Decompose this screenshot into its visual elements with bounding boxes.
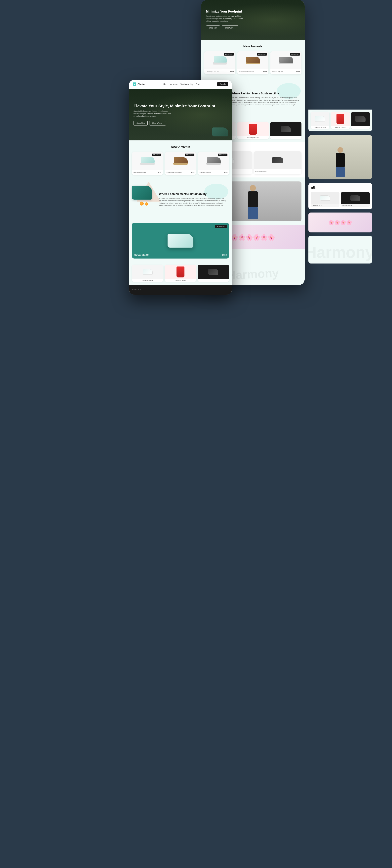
sustainability-title: Where Fashion Meets Sustainability: [159, 192, 229, 196]
nav-women[interactable]: Women: [170, 83, 177, 86]
nav-cart[interactable]: Cart: [196, 83, 200, 86]
sustainability-section: Where Fashion Meets Sustainability At Cl…: [129, 180, 232, 219]
back-add-cart-1[interactable]: Add to Cart: [224, 53, 234, 56]
add-to-cart-harmony[interactable]: Add to Cart: [152, 154, 161, 156]
hero-subtitle: Sustainable footwears that combine fashi…: [133, 110, 173, 118]
back-add-cart-2[interactable]: Add to Cart: [257, 53, 267, 56]
feature-card-price: $160: [222, 254, 227, 256]
variants-section: Harmony Lace-up Harmony Lace-up Harmony …: [129, 262, 232, 285]
back-variant-shoe-dark: [281, 126, 291, 132]
right-month-card-1: Canvas Sl p-On: [311, 192, 339, 207]
back-product-name-1: Harmony Lace-up: [206, 71, 219, 73]
product-img-harmony: Add to Cart: [132, 152, 163, 170]
back-month-shoe-2: [272, 157, 283, 163]
variant-label-red: Harmony Lace-up: [165, 279, 196, 282]
feature-card-info: Canvas Slip-On $160: [134, 254, 227, 256]
back-shop-women-btn[interactable]: Shop Women: [222, 26, 238, 30]
logo-icon: ◈: [133, 83, 136, 86]
fruit-decoration-1: [140, 202, 144, 206]
signin-button[interactable]: Sign In: [217, 82, 228, 86]
back-product-card-1: Add to Cart Harmony Lace-up $180: [204, 52, 235, 74]
product-img-canvas: Add to Cart: [198, 152, 229, 170]
variant-img-red: [165, 265, 196, 279]
right-shoe-dark: [355, 116, 365, 122]
featured-section: Add to Cart Canvas Slip-On $160: [129, 219, 232, 262]
hero-content: Elevate Your Style, Minimize Your Footpr…: [133, 103, 215, 125]
sustainability-shoe-img: [132, 186, 156, 214]
back-harmony-watermark: Harmony: [227, 266, 279, 282]
right-variant-dark-label: Harmony Lace-up: [351, 126, 370, 129]
product-info-harmony: Harmony Lace-up $180: [132, 170, 163, 175]
back-variant-shoe-red: [249, 124, 257, 135]
featured-add-to-cart[interactable]: Add to Cart: [215, 225, 227, 228]
variant-white-card: Harmony Lace-up: [132, 265, 163, 282]
add-to-cart-expression[interactable]: Add to Cart: [185, 154, 194, 156]
right-shoe-red: [336, 114, 344, 124]
back-new-arrivals-title: New Arrivals: [204, 44, 301, 48]
shop-men-button[interactable]: Shop Men: [133, 121, 148, 125]
back-shoe-img-2: [246, 56, 260, 64]
back-product-price-2: $200: [263, 71, 267, 73]
right-month-heading: nth: [311, 185, 370, 190]
back-shop-men-btn[interactable]: Shop Men: [206, 26, 220, 30]
hero-shoe-decoration: [212, 127, 228, 136]
footer: © 2024 Clatter: [129, 285, 232, 295]
shoe-harmony: [140, 157, 155, 165]
shoe-canvas: [206, 157, 221, 165]
shop-women-button[interactable]: Shop Women: [149, 121, 166, 125]
nav-men[interactable]: Men: [163, 83, 167, 86]
right-month-shoe-2: [351, 195, 360, 200]
brand-name: Clatter: [137, 83, 146, 86]
variants-grid: Harmony Lace-up Harmony Lace-up Harmony …: [132, 265, 229, 282]
back-variant-name-red: Harmony Lace-up: [237, 136, 268, 139]
right-variant-red-label: Harmony Lace-up: [331, 126, 350, 129]
back-variant-red: Harmony Lace-up: [237, 122, 268, 139]
product-price-harmony: $180: [158, 172, 161, 173]
products-grid: Add to Cart Harmony Lace-up $180 Add to …: [132, 152, 229, 175]
back-product-card-2: Add to Cart Expression Sneakers $200: [237, 52, 268, 74]
variant-shoe-white: [143, 269, 153, 275]
right-person-head: [337, 147, 343, 153]
big-feature-card: Add to Cart Canvas Slip-On $160: [132, 223, 229, 258]
nav-sustainability[interactable]: Sustainability: [180, 83, 193, 86]
variant-shoe-dark: [208, 269, 218, 275]
hero-section: Elevate Your Style, Minimize Your Footpr…: [129, 89, 232, 141]
back-shoe-img-3: [279, 56, 293, 64]
right-variant-white-label: Harmony Lace-up: [311, 126, 329, 129]
right-shoe-white: [315, 116, 325, 122]
back-month-shoe-name-2: Canvas Sl p-On: [255, 171, 266, 173]
nav-links: Men Women Sustainability Cart: [149, 83, 214, 86]
right-person-jeans: [336, 167, 345, 177]
shoe-expression: [173, 157, 188, 165]
sustainability-text: Where Fashion Meets Sustainability At Cl…: [159, 192, 229, 207]
variant-dark-card: Harmony Lace-up: [198, 265, 229, 282]
right-month-shoe-1: [320, 195, 330, 200]
product-card-expression: Add to Cart Expression Sneakers $200: [165, 152, 196, 175]
add-to-cart-canvas[interactable]: Add to Cart: [218, 154, 227, 156]
variant-red-card: Harmony Lace-up: [165, 265, 196, 282]
variant-shoe-red: [176, 267, 185, 277]
product-name-expression: Expression Sneakers: [167, 172, 182, 173]
new-arrivals-section: New Arrivals Add to Cart Harmony Lace-up…: [129, 141, 232, 180]
featured-shoe: [168, 234, 193, 248]
back-product-name-3: Canvas Slip-On: [272, 71, 283, 73]
back-sustainability-title: Where Fashion Meets Sustainability: [231, 92, 301, 95]
back-shoe-img-1: [213, 56, 227, 65]
back-product-name-2: Expression Sneakers: [239, 71, 254, 73]
variant-img-dark: [198, 265, 229, 279]
back-variant-name-dark: Harmony Lace-up: [270, 136, 301, 139]
logo: ◈ Clatter: [133, 83, 146, 86]
product-info-expression: Expression Sneakers $200: [165, 170, 196, 175]
variant-label-white: Harmony Lace-up: [132, 279, 163, 282]
footer-text: © 2024 Clatter: [132, 289, 229, 291]
back-month-product-2: Canvas Sl p-On: [254, 151, 301, 174]
right-variant-white: Harmony Lace-up: [311, 112, 329, 129]
product-name-canvas: Canvas Slip-On: [200, 172, 211, 173]
right-flowers: 🌸🌸🌸🌸: [308, 213, 372, 232]
back-add-cart-3[interactable]: Add to Cart: [290, 53, 300, 56]
nav-actions: Sign In: [217, 82, 228, 86]
right-month-shoe-name-1: Canvas Sl p-On: [311, 204, 339, 207]
product-card-canvas: Add to Cart Canvas Slip-On $160: [198, 152, 229, 175]
oxford-shoe: [132, 186, 152, 199]
navbar: ◈ Clatter Men Women Sustainability Cart …: [129, 80, 232, 89]
